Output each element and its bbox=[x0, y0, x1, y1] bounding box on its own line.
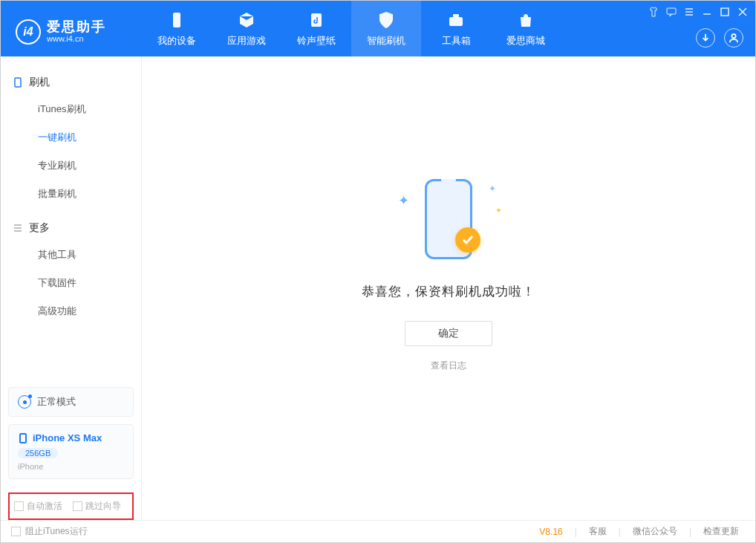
sparkle-icon: ✦ bbox=[495, 206, 502, 215]
tab-apps[interactable]: 应用游戏 bbox=[212, 1, 281, 56]
wechat-link[interactable]: 微信公众号 bbox=[627, 525, 683, 538]
app-url: www.i4.cn bbox=[47, 34, 106, 43]
tab-label: 应用游戏 bbox=[227, 34, 266, 48]
mode-icon bbox=[18, 395, 31, 409]
svg-rect-2 bbox=[449, 17, 463, 26]
sidebar: 刷机 iTunes刷机 一键刷机 专业刷机 批量刷机 更多 其他工具 下载固件 … bbox=[1, 56, 142, 520]
svg-rect-0 bbox=[173, 13, 180, 27]
phone-small-icon bbox=[13, 77, 23, 88]
shirt-icon[interactable] bbox=[648, 7, 659, 17]
window-controls bbox=[648, 7, 748, 17]
group-label: 更多 bbox=[29, 221, 50, 235]
mode-box[interactable]: 正常模式 bbox=[8, 387, 134, 417]
success-message: 恭喜您，保资料刷机成功啦！ bbox=[362, 283, 535, 300]
mode-label: 正常模式 bbox=[37, 395, 76, 409]
tab-toolbox[interactable]: 工具箱 bbox=[421, 1, 491, 56]
phone-icon bbox=[167, 10, 186, 30]
svg-rect-4 bbox=[667, 8, 676, 14]
app-logo-icon: i4 bbox=[16, 19, 41, 45]
tab-my-device[interactable]: 我的设备 bbox=[142, 1, 212, 56]
auto-activate-checkbox[interactable]: 自动激活 bbox=[14, 500, 62, 513]
app-title: 爱思助手 bbox=[47, 20, 106, 35]
list-icon bbox=[13, 223, 23, 233]
options-highlight-box: 自动激活 跳过向导 bbox=[8, 492, 134, 520]
tab-ringtone[interactable]: 铃声壁纸 bbox=[281, 1, 351, 56]
sidebar-item-pro[interactable]: 专业刷机 bbox=[1, 152, 141, 180]
block-itunes-checkbox[interactable]: 阻止iTunes运行 bbox=[11, 525, 88, 538]
sparkle-icon: ✦ bbox=[398, 192, 409, 209]
sidebar-item-oneclick[interactable]: 一键刷机 bbox=[1, 123, 141, 152]
tab-label: 爱思商城 bbox=[506, 34, 545, 48]
version-label[interactable]: V8.16 bbox=[533, 527, 568, 537]
sidebar-group-flash: 刷机 bbox=[1, 70, 141, 95]
tab-store[interactable]: 爱思商城 bbox=[491, 1, 561, 56]
music-file-icon bbox=[307, 10, 326, 30]
device-phone-icon bbox=[18, 433, 28, 443]
sidebar-item-batch[interactable]: 批量刷机 bbox=[1, 180, 141, 208]
svg-point-6 bbox=[731, 34, 735, 38]
sidebar-item-other[interactable]: 其他工具 bbox=[1, 241, 141, 269]
cb-label: 跳过向导 bbox=[85, 501, 121, 511]
device-storage: 256GB bbox=[18, 448, 58, 458]
main-content: ✦ ✦ ✦ 恭喜您，保资料刷机成功啦！ 确定 查看日志 bbox=[142, 56, 755, 520]
header-actions bbox=[696, 28, 743, 48]
user-button[interactable] bbox=[724, 28, 743, 48]
app-header: i4 爱思助手 www.i4.cn 我的设备 应用游戏 铃声壁纸 智能刷机 工具… bbox=[1, 1, 755, 56]
ok-button[interactable]: 确定 bbox=[405, 321, 492, 346]
skip-wizard-checkbox[interactable]: 跳过向导 bbox=[73, 500, 121, 513]
check-badge-icon bbox=[455, 227, 480, 253]
logo-area: i4 爱思助手 www.i4.cn bbox=[1, 1, 142, 56]
maximize-icon[interactable] bbox=[720, 7, 730, 17]
device-name: iPhone XS Max bbox=[33, 432, 102, 443]
sidebar-group-more: 更多 bbox=[1, 215, 141, 241]
tab-label: 工具箱 bbox=[442, 34, 471, 48]
tab-label: 铃声壁纸 bbox=[297, 34, 336, 48]
menu-icon[interactable] bbox=[684, 7, 694, 17]
cube-icon bbox=[237, 10, 256, 30]
main-tabs: 我的设备 应用游戏 铃声壁纸 智能刷机 工具箱 爱思商城 bbox=[142, 1, 561, 56]
svg-rect-5 bbox=[721, 8, 729, 16]
cb-label: 自动激活 bbox=[27, 501, 62, 511]
sparkle-icon: ✦ bbox=[489, 183, 496, 194]
update-link[interactable]: 检查更新 bbox=[697, 525, 745, 538]
minimize-icon[interactable] bbox=[702, 7, 712, 17]
device-type: iPhone bbox=[18, 462, 124, 471]
device-info-box[interactable]: iPhone XS Max 256GB iPhone bbox=[8, 424, 134, 479]
svg-rect-3 bbox=[453, 14, 459, 17]
bag-icon bbox=[516, 10, 535, 30]
tab-flash[interactable]: 智能刷机 bbox=[351, 1, 421, 56]
footer: 阻止iTunes运行 V8.16 | 客服 | 微信公众号 | 检查更新 bbox=[1, 520, 755, 542]
refresh-shield-icon bbox=[377, 10, 396, 30]
view-log-link[interactable]: 查看日志 bbox=[431, 360, 466, 372]
sidebar-item-firmware[interactable]: 下载固件 bbox=[1, 269, 141, 297]
group-label: 刷机 bbox=[29, 76, 50, 89]
tab-label: 我的设备 bbox=[157, 34, 196, 48]
toolbox-icon bbox=[446, 10, 466, 30]
download-button[interactable] bbox=[696, 28, 715, 48]
sidebar-item-advanced[interactable]: 高级功能 bbox=[1, 297, 141, 325]
support-link[interactable]: 客服 bbox=[583, 525, 613, 538]
close-icon[interactable] bbox=[737, 7, 748, 17]
svg-rect-7 bbox=[15, 78, 21, 87]
sidebar-item-itunes[interactable]: iTunes刷机 bbox=[1, 95, 141, 123]
svg-rect-1 bbox=[311, 13, 322, 27]
success-illustration: ✦ ✦ ✦ bbox=[404, 175, 493, 264]
cb-label: 阻止iTunes运行 bbox=[25, 526, 88, 536]
phone-outline-icon bbox=[425, 179, 472, 259]
tab-label: 智能刷机 bbox=[367, 34, 405, 48]
svg-rect-8 bbox=[20, 434, 26, 443]
feedback-icon[interactable] bbox=[666, 7, 677, 17]
